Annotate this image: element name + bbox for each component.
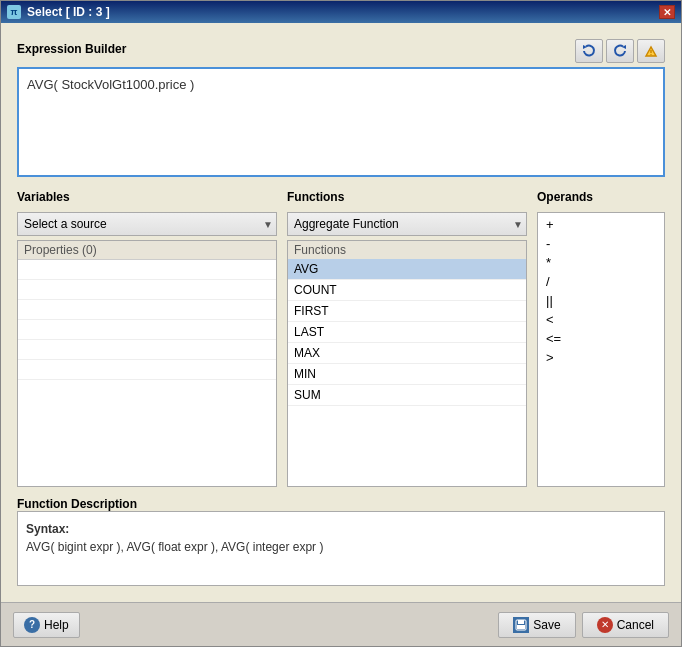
function-item-min[interactable]: MIN bbox=[288, 364, 526, 385]
operand-plus[interactable]: + bbox=[538, 215, 664, 234]
help-label: Help bbox=[44, 618, 69, 632]
expression-input[interactable]: AVG( StockVolGt1000.price ) bbox=[17, 67, 665, 177]
syntax-label: Syntax: bbox=[26, 520, 656, 538]
cancel-label: Cancel bbox=[617, 618, 654, 632]
var-row-6 bbox=[18, 360, 276, 380]
function-description-section: Function Description Syntax: AVG( bigint… bbox=[17, 497, 665, 586]
function-item-avg[interactable]: AVG bbox=[288, 259, 526, 280]
operand-minus[interactable]: - bbox=[538, 234, 664, 253]
functions-category-wrapper: Aggregate Function String Function Math … bbox=[287, 212, 527, 236]
var-row-2 bbox=[18, 280, 276, 300]
operand-lt[interactable]: < bbox=[538, 310, 664, 329]
title-bar-left: π Select [ ID : 3 ] bbox=[7, 5, 110, 19]
functions-category-dropdown[interactable]: Aggregate Function String Function Math … bbox=[287, 212, 527, 236]
operand-gt[interactable]: > bbox=[538, 348, 664, 367]
functions-list-container: Functions AVG COUNT FIRST LAST MAX MIN S… bbox=[287, 240, 527, 487]
variables-label: Variables bbox=[17, 190, 277, 204]
expression-buttons bbox=[575, 39, 665, 63]
function-item-last[interactable]: LAST bbox=[288, 322, 526, 343]
variables-section: Variables Select a source ▼ Properties (… bbox=[17, 190, 277, 487]
var-row-4 bbox=[18, 320, 276, 340]
main-window: π Select [ ID : 3 ] ✕ Expression Builder bbox=[0, 0, 682, 647]
syntax-value: AVG( bigint expr ), AVG( float expr ), A… bbox=[26, 538, 656, 556]
var-row-1 bbox=[18, 260, 276, 280]
cancel-icon: ✕ bbox=[597, 617, 613, 633]
var-row-5 bbox=[18, 340, 276, 360]
bottom-bar: ? Help Save ✕ Cancel bbox=[1, 602, 681, 646]
function-item-count[interactable]: COUNT bbox=[288, 280, 526, 301]
redo-button[interactable] bbox=[606, 39, 634, 63]
operand-multiply[interactable]: * bbox=[538, 253, 664, 272]
undo-button[interactable] bbox=[575, 39, 603, 63]
svg-point-3 bbox=[650, 54, 651, 55]
svg-rect-5 bbox=[518, 620, 524, 624]
help-icon: ? bbox=[24, 617, 40, 633]
var-row-3 bbox=[18, 300, 276, 320]
function-item-max[interactable]: MAX bbox=[288, 343, 526, 364]
operand-lte[interactable]: <= bbox=[538, 329, 664, 348]
function-description-box: Syntax: AVG( bigint expr ), AVG( float e… bbox=[17, 511, 665, 586]
cancel-button[interactable]: ✕ Cancel bbox=[582, 612, 669, 638]
functions-section: Functions Aggregate Function String Func… bbox=[287, 190, 527, 487]
action-buttons: Save ✕ Cancel bbox=[498, 612, 669, 638]
save-label: Save bbox=[533, 618, 560, 632]
help-button[interactable]: ? Help bbox=[13, 612, 80, 638]
content-area: Expression Builder bbox=[1, 23, 681, 602]
window-title: Select [ ID : 3 ] bbox=[27, 5, 110, 19]
operands-section: Operands + - * / || < <= > bbox=[537, 190, 665, 487]
operand-concat[interactable]: || bbox=[538, 291, 664, 310]
expression-builder-label: Expression Builder bbox=[17, 42, 126, 56]
operands-label: Operands bbox=[537, 190, 665, 204]
functions-list: AVG COUNT FIRST LAST MAX MIN SUM bbox=[288, 259, 526, 486]
operands-list: + - * / || < <= > bbox=[537, 212, 665, 487]
window-icon: π bbox=[7, 5, 21, 19]
function-item-sum[interactable]: SUM bbox=[288, 385, 526, 406]
svg-rect-6 bbox=[517, 625, 525, 629]
operand-divide[interactable]: / bbox=[538, 272, 664, 291]
source-dropdown-wrapper: Select a source ▼ bbox=[17, 212, 277, 236]
variables-list: Properties (0) bbox=[17, 240, 277, 487]
expression-builder-section: Expression Builder bbox=[17, 39, 665, 180]
variables-list-header: Properties (0) bbox=[18, 241, 276, 260]
source-dropdown[interactable]: Select a source bbox=[17, 212, 277, 236]
close-button[interactable]: ✕ bbox=[659, 5, 675, 19]
function-description-label: Function Description bbox=[17, 497, 137, 511]
functions-list-header: Functions bbox=[288, 241, 526, 259]
functions-label: Functions bbox=[287, 190, 527, 204]
three-columns: Variables Select a source ▼ Properties (… bbox=[17, 190, 665, 487]
save-button[interactable]: Save bbox=[498, 612, 575, 638]
title-bar: π Select [ ID : 3 ] ✕ bbox=[1, 1, 681, 23]
clear-button[interactable] bbox=[637, 39, 665, 63]
function-item-first[interactable]: FIRST bbox=[288, 301, 526, 322]
save-icon bbox=[513, 617, 529, 633]
expression-header: Expression Builder bbox=[17, 39, 665, 63]
